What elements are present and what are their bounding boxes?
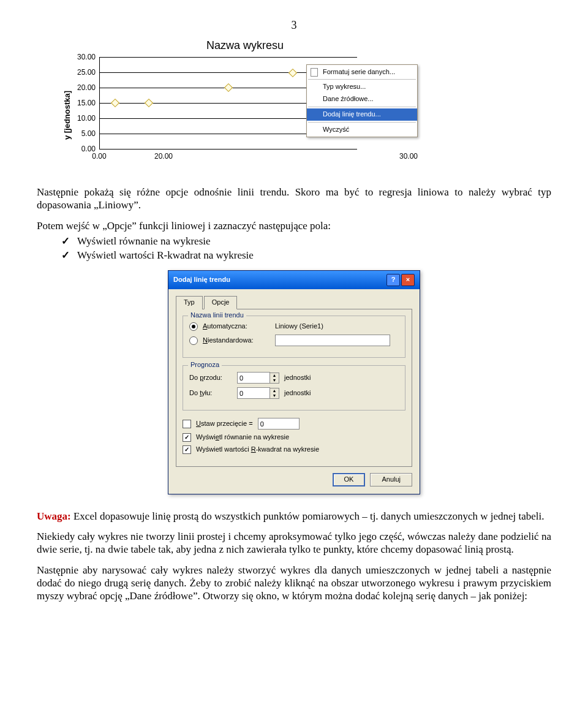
radio-custom[interactable] [189, 336, 198, 345]
backward-label: Do tyłu: [189, 389, 232, 398]
ok-button[interactable]: OK [333, 473, 366, 486]
help-button[interactable]: ? [386, 274, 400, 286]
check-item: Wyświetl równanie na wykresie [61, 235, 551, 248]
separator [308, 122, 416, 123]
y-tick: 5.00 [69, 129, 96, 138]
chart-title: Nazwa wykresu [55, 39, 435, 53]
radio-label: Automatyczna: [203, 322, 270, 331]
close-icon: × [406, 276, 410, 284]
radio-automatic[interactable] [189, 322, 198, 331]
page-number: 3 [37, 18, 551, 32]
help-icon: ? [391, 276, 396, 284]
fieldset-trendline-name: Nazwa linii trendu Automatyczna: Liniowy… [183, 316, 405, 358]
uwaga-label: Uwaga: [37, 510, 71, 522]
spin-up-icon[interactable]: ▲ [270, 373, 279, 378]
backward-spinner[interactable]: ▲▼ [237, 387, 279, 399]
data-point [224, 83, 233, 91]
automatic-value: Liniowy (Serie1) [275, 322, 323, 331]
fieldset-legend: Prognoza [188, 361, 222, 369]
ctx-label: Dodaj linię trendu... [323, 110, 381, 118]
ctx-label: Dane źródłowe... [323, 95, 374, 102]
forward-spinner[interactable]: ▲▼ [237, 372, 279, 384]
data-point [111, 99, 119, 107]
x-tick: 0.00 [92, 152, 106, 161]
close-button[interactable]: × [401, 274, 415, 286]
ctx-add-trendline[interactable]: Dodaj linię trendu... [307, 108, 417, 121]
fieldset-legend: Nazwa linii trendu [188, 311, 246, 320]
separator [308, 79, 416, 80]
paragraph-lead: Potem wejść w „Opcje” funkcji liniowej i… [37, 219, 551, 232]
tab-typ[interactable]: Typ [176, 296, 203, 309]
backward-input[interactable] [237, 387, 270, 399]
dialog-title: Dodaj linię trendu [173, 276, 230, 284]
paragraph-uwaga: Uwaga: Excel dopasowuje linię prostą do … [37, 510, 551, 523]
check-item: Wyświetl wartości R-kwadrat na wykresie [61, 249, 551, 262]
ctx-chart-type[interactable]: Typ wykresu... [307, 81, 417, 93]
data-point [288, 68, 297, 77]
checkbox-label: Ustaw przecięcie = [196, 420, 253, 428]
checkbox-equation[interactable] [183, 433, 191, 442]
separator [308, 107, 416, 107]
custom-name-input[interactable] [275, 335, 390, 346]
checkbox-r-squared[interactable] [183, 445, 191, 454]
ctx-label: Wyczyść [323, 126, 349, 133]
cancel-button[interactable]: Anuluj [370, 473, 412, 486]
y-tick: 10.00 [69, 113, 96, 123]
spin-up-icon[interactable]: ▲ [270, 388, 279, 393]
checkbox-label: Wyświetl równanie na wykresie [196, 433, 289, 442]
document-icon [309, 67, 319, 77]
spin-down-icon[interactable]: ▼ [270, 378, 279, 383]
units-label: jednostki [284, 374, 311, 382]
y-tick: 20.00 [69, 83, 96, 92]
ctx-label: Formatuj serie danych... [323, 68, 395, 75]
ctx-source-data[interactable]: Dane źródłowe... [307, 93, 417, 105]
ctx-label: Typ wykresu... [323, 83, 366, 90]
y-tick: 30.00 [69, 53, 96, 62]
intercept-input[interactable] [258, 418, 300, 430]
checkbox-intercept[interactable] [183, 420, 191, 428]
ctx-clear[interactable]: Wyczyść [307, 124, 417, 136]
x-axis-ticks: 0.00 20.00 [99, 152, 356, 164]
x-tick: 30.00 [399, 152, 418, 161]
dialog-titlebar: Dodaj linię trendu ? × [168, 271, 420, 289]
forward-input[interactable] [237, 372, 270, 384]
data-point [145, 99, 153, 107]
paragraph: Następnie aby narysować cały wykres nale… [37, 564, 551, 603]
context-menu: Formatuj serie danych... Typ wykresu... … [306, 64, 418, 138]
checkbox-label: Wyświetl wartości R-kwadrat na wykresie [196, 445, 319, 454]
uwaga-text: Excel dopasowuje linię prostą do wszystk… [71, 510, 545, 522]
x-tick: 20.00 [154, 152, 173, 161]
ctx-format-series[interactable]: Formatuj serie danych... [307, 66, 417, 78]
fieldset-prognoza: Prognoza Do przodu: ▲▼ jednostki Do tyłu… [183, 365, 405, 411]
chart-figure: Nazwa wykresu y [jednostka] 0.00 5.00 10… [55, 39, 435, 174]
tab-opcje[interactable]: Opcje [204, 296, 238, 309]
radio-label: Niestandardowa: [203, 336, 270, 345]
checklist: Wyświetl równanie na wykresie Wyświetl w… [61, 235, 551, 262]
y-tick: 15.00 [69, 99, 96, 108]
spin-down-icon[interactable]: ▼ [270, 393, 279, 398]
paragraph: Niekiedy cały wykres nie tworzy linii pr… [37, 530, 551, 556]
units-label: jednostki [284, 389, 311, 398]
y-axis-ticks: 0.00 5.00 10.00 15.00 20.00 25.00 30.00 [69, 57, 98, 149]
y-tick: 25.00 [69, 67, 96, 77]
forward-label: Do przodu: [189, 374, 232, 382]
tab-panel-opcje: Nazwa linii trendu Automatyczna: Liniowy… [176, 309, 412, 467]
trendline-dialog: Dodaj linię trendu ? × Typ Opcje Nazwa l… [168, 270, 420, 494]
paragraph: Następnie pokażą się różne opcje odnośni… [37, 186, 551, 212]
